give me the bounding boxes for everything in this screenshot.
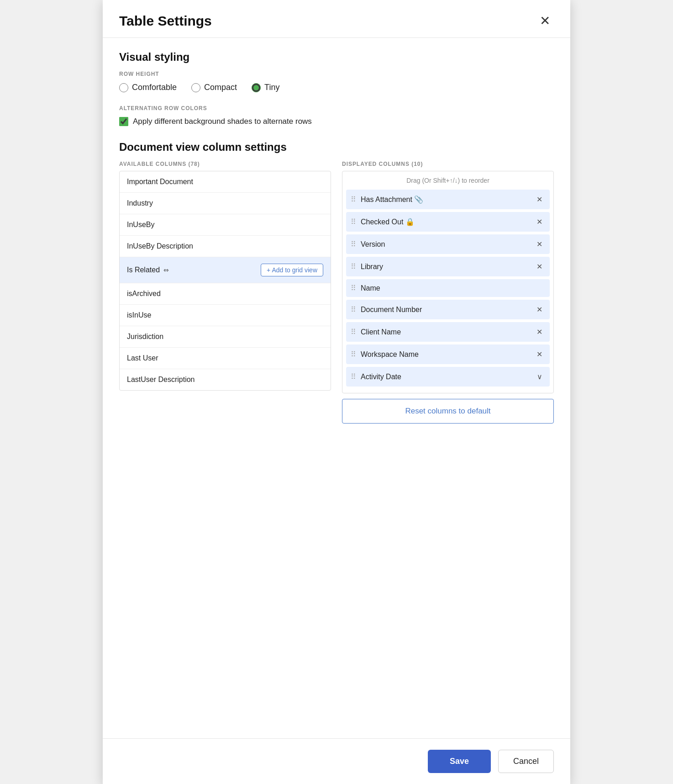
drag-handle-icon[interactable]: ⠿ bbox=[351, 217, 357, 226]
doc-view-section: Document view column settings AVAILABLE … bbox=[119, 141, 554, 424]
remove-button[interactable]: ✕ bbox=[534, 239, 545, 249]
table-settings-dialog: Table Settings ✕ Visual styling ROW HEIG… bbox=[103, 0, 570, 784]
available-columns-list: Important Document Industry InUseBy InUs… bbox=[119, 171, 331, 391]
item-name: InUseBy Description bbox=[127, 242, 193, 250]
drag-handle-icon[interactable]: ⠿ bbox=[351, 305, 357, 314]
alternating-checkbox-option[interactable]: Apply different background shades to alt… bbox=[119, 117, 554, 126]
radio-comfortable[interactable]: Comfortable bbox=[119, 83, 177, 92]
chevron-down-button[interactable]: ∨ bbox=[534, 371, 545, 382]
remove-button[interactable]: ✕ bbox=[534, 304, 545, 315]
displayed-item-name: Activity Date bbox=[361, 373, 531, 381]
list-item-highlighted[interactable]: Is Related ⇔ + Add to grid view bbox=[120, 257, 331, 283]
displayed-item-name: Workspace Name bbox=[361, 350, 530, 359]
displayed-item-name: Document Number bbox=[361, 306, 530, 314]
columns-container: AVAILABLE COLUMNS (78) Important Documen… bbox=[119, 161, 554, 424]
radio-tiny[interactable]: Tiny bbox=[252, 83, 279, 92]
is-related-icon: ⇔ bbox=[163, 266, 169, 274]
list-item[interactable]: InUseBy bbox=[120, 214, 331, 236]
displayed-item-name: Checked Out 🔒 bbox=[361, 217, 530, 226]
list-item[interactable]: Industry bbox=[120, 193, 331, 214]
radio-tiny-input[interactable] bbox=[252, 83, 261, 92]
alternating-checkbox-label: Apply different background shades to alt… bbox=[133, 117, 312, 126]
displayed-item: ⠿ Client Name ✕ bbox=[346, 322, 550, 342]
available-columns-header: AVAILABLE COLUMNS (78) bbox=[119, 161, 331, 167]
displayed-columns-list: Drag (Or Shift+↑/↓) to reorder ⠿ Has Att… bbox=[342, 171, 554, 393]
displayed-item-name: Version bbox=[361, 240, 530, 249]
dialog-header: Table Settings ✕ bbox=[103, 0, 570, 38]
radio-comfortable-label: Comfortable bbox=[132, 83, 177, 92]
row-height-label: ROW HEIGHT bbox=[119, 71, 554, 77]
doc-view-title: Document view column settings bbox=[119, 141, 554, 154]
displayed-item: ⠿ Version ✕ bbox=[346, 234, 550, 254]
item-name: Last User bbox=[127, 354, 158, 362]
drag-handle-icon[interactable]: ⠿ bbox=[351, 284, 357, 292]
list-item[interactable]: isInUse bbox=[120, 305, 331, 326]
list-item[interactable]: isArchived bbox=[120, 283, 331, 305]
remove-button[interactable]: ✕ bbox=[534, 349, 545, 360]
displayed-item: ⠿ Library ✕ bbox=[346, 257, 550, 276]
drag-handle-icon[interactable]: ⠿ bbox=[351, 328, 357, 336]
displayed-columns-header: DISPLAYED COLUMNS (10) bbox=[342, 161, 554, 167]
drag-handle-icon[interactable]: ⠿ bbox=[351, 240, 357, 249]
dialog-body: Visual styling ROW HEIGHT Comfortable Co… bbox=[103, 38, 570, 729]
item-name: Important Document bbox=[127, 178, 193, 186]
close-button[interactable]: ✕ bbox=[536, 13, 554, 29]
remove-button[interactable]: ✕ bbox=[534, 261, 545, 272]
dialog-title: Table Settings bbox=[119, 13, 212, 29]
item-name: LastUser Description bbox=[127, 376, 195, 384]
radio-compact[interactable]: Compact bbox=[191, 83, 237, 92]
visual-styling-section: Visual styling ROW HEIGHT Comfortable Co… bbox=[119, 51, 554, 126]
row-height-group: ROW HEIGHT Comfortable Compact Tiny bbox=[119, 71, 554, 92]
remove-button[interactable]: ✕ bbox=[534, 217, 545, 227]
radio-compact-input[interactable] bbox=[191, 83, 200, 92]
displayed-item: ⠿ Name bbox=[346, 279, 550, 297]
displayed-item: ⠿ Document Number ✕ bbox=[346, 300, 550, 319]
displayed-item: ⠿ Activity Date ∨ bbox=[346, 367, 550, 387]
remove-button[interactable]: ✕ bbox=[534, 194, 545, 205]
list-item[interactable]: Important Document bbox=[120, 171, 331, 193]
reset-columns-button[interactable]: Reset columns to default bbox=[342, 399, 554, 424]
radio-compact-label: Compact bbox=[204, 83, 237, 92]
displayed-item: ⠿ Checked Out 🔒 ✕ bbox=[346, 212, 550, 232]
displayed-item-name: Name bbox=[361, 284, 545, 292]
alternating-label: ALTERNATING ROW COLORS bbox=[119, 105, 554, 111]
list-item[interactable]: Last User bbox=[120, 348, 331, 369]
displayed-item-name: Client Name bbox=[361, 328, 530, 336]
item-name: isArchived bbox=[127, 290, 161, 298]
add-to-grid-button[interactable]: + Add to grid view bbox=[261, 264, 323, 276]
dialog-footer: Save Cancel bbox=[103, 738, 570, 784]
drag-hint: Drag (Or Shift+↑/↓) to reorder bbox=[346, 175, 550, 186]
drag-handle-icon[interactable]: ⠿ bbox=[351, 262, 357, 271]
displayed-item: ⠿ Has Attachment 📎 ✕ bbox=[346, 190, 550, 209]
alternating-section: ALTERNATING ROW COLORS Apply different b… bbox=[119, 105, 554, 126]
displayed-item-name: Has Attachment 📎 bbox=[361, 195, 530, 204]
item-name: Industry bbox=[127, 199, 153, 207]
displayed-item-name: Library bbox=[361, 263, 530, 271]
list-item[interactable]: LastUser Description bbox=[120, 369, 331, 390]
drag-handle-icon[interactable]: ⠿ bbox=[351, 372, 357, 381]
radio-tiny-label: Tiny bbox=[264, 83, 279, 92]
list-item[interactable]: Jurisdiction bbox=[120, 326, 331, 348]
drag-handle-icon[interactable]: ⠿ bbox=[351, 195, 357, 204]
list-item[interactable]: InUseBy Description bbox=[120, 236, 331, 257]
item-name: isInUse bbox=[127, 311, 151, 319]
alternating-checkbox[interactable] bbox=[119, 117, 128, 126]
item-name: InUseBy bbox=[127, 221, 154, 229]
visual-styling-title: Visual styling bbox=[119, 51, 554, 64]
displayed-item: ⠿ Workspace Name ✕ bbox=[346, 344, 550, 364]
lock-icon: 🔒 bbox=[405, 218, 415, 226]
remove-button[interactable]: ✕ bbox=[534, 327, 545, 337]
attachment-icon: 📎 bbox=[414, 196, 423, 203]
item-name: Jurisdiction bbox=[127, 333, 163, 341]
available-columns-section: AVAILABLE COLUMNS (78) Important Documen… bbox=[119, 161, 331, 424]
save-button[interactable]: Save bbox=[428, 750, 491, 773]
cancel-button[interactable]: Cancel bbox=[498, 750, 554, 773]
drag-handle-icon[interactable]: ⠿ bbox=[351, 350, 357, 359]
radio-comfortable-input[interactable] bbox=[119, 83, 128, 92]
row-height-options: Comfortable Compact Tiny bbox=[119, 83, 554, 92]
displayed-columns-section: DISPLAYED COLUMNS (10) Drag (Or Shift+↑/… bbox=[342, 161, 554, 424]
item-name: Is Related ⇔ bbox=[127, 266, 169, 274]
